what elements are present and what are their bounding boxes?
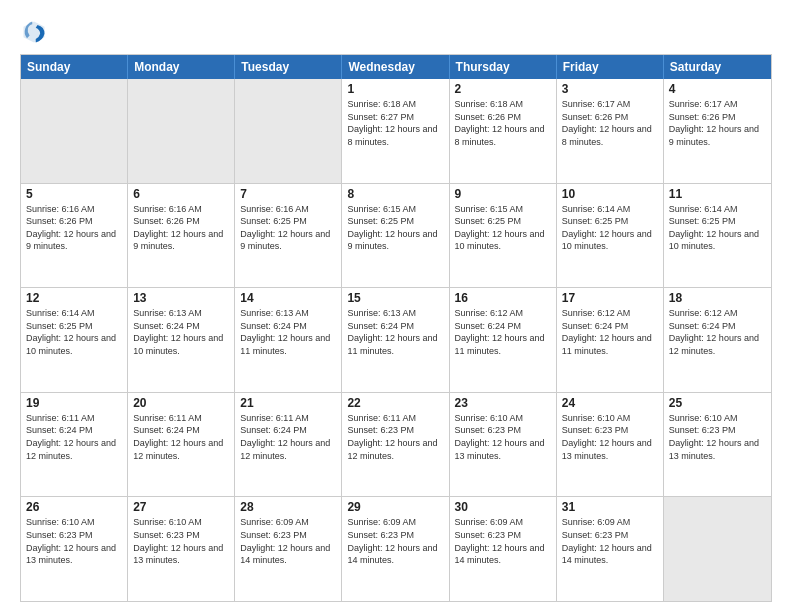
- calendar-cell-2-3: 15Sunrise: 6:13 AMSunset: 6:24 PMDayligh…: [342, 288, 449, 392]
- day-number: 3: [562, 82, 658, 96]
- cell-info: Sunrise: 6:14 AMSunset: 6:25 PMDaylight:…: [669, 203, 766, 253]
- day-number: 31: [562, 500, 658, 514]
- calendar-cell-4-2: 28Sunrise: 6:09 AMSunset: 6:23 PMDayligh…: [235, 497, 342, 601]
- weekday-header-sunday: Sunday: [21, 55, 128, 79]
- calendar-cell-1-1: 6Sunrise: 6:16 AMSunset: 6:26 PMDaylight…: [128, 184, 235, 288]
- day-number: 8: [347, 187, 443, 201]
- calendar-cell-0-4: 2Sunrise: 6:18 AMSunset: 6:26 PMDaylight…: [450, 79, 557, 183]
- cell-info: Sunrise: 6:15 AMSunset: 6:25 PMDaylight:…: [347, 203, 443, 253]
- calendar-header: SundayMondayTuesdayWednesdayThursdayFrid…: [21, 55, 771, 79]
- calendar-cell-0-5: 3Sunrise: 6:17 AMSunset: 6:26 PMDaylight…: [557, 79, 664, 183]
- cell-info: Sunrise: 6:09 AMSunset: 6:23 PMDaylight:…: [455, 516, 551, 566]
- day-number: 16: [455, 291, 551, 305]
- calendar-cell-2-2: 14Sunrise: 6:13 AMSunset: 6:24 PMDayligh…: [235, 288, 342, 392]
- calendar-row-2: 12Sunrise: 6:14 AMSunset: 6:25 PMDayligh…: [21, 288, 771, 393]
- cell-info: Sunrise: 6:10 AMSunset: 6:23 PMDaylight:…: [562, 412, 658, 462]
- calendar-cell-4-3: 29Sunrise: 6:09 AMSunset: 6:23 PMDayligh…: [342, 497, 449, 601]
- calendar-cell-1-0: 5Sunrise: 6:16 AMSunset: 6:26 PMDaylight…: [21, 184, 128, 288]
- logo-icon: [20, 18, 48, 46]
- cell-info: Sunrise: 6:10 AMSunset: 6:23 PMDaylight:…: [669, 412, 766, 462]
- day-number: 20: [133, 396, 229, 410]
- cell-info: Sunrise: 6:13 AMSunset: 6:24 PMDaylight:…: [240, 307, 336, 357]
- day-number: 19: [26, 396, 122, 410]
- day-number: 7: [240, 187, 336, 201]
- calendar-row-4: 26Sunrise: 6:10 AMSunset: 6:23 PMDayligh…: [21, 497, 771, 601]
- cell-info: Sunrise: 6:09 AMSunset: 6:23 PMDaylight:…: [562, 516, 658, 566]
- day-number: 23: [455, 396, 551, 410]
- calendar-cell-0-0: [21, 79, 128, 183]
- calendar-cell-3-4: 23Sunrise: 6:10 AMSunset: 6:23 PMDayligh…: [450, 393, 557, 497]
- calendar-cell-4-0: 26Sunrise: 6:10 AMSunset: 6:23 PMDayligh…: [21, 497, 128, 601]
- weekday-header-thursday: Thursday: [450, 55, 557, 79]
- day-number: 25: [669, 396, 766, 410]
- calendar-cell-0-2: [235, 79, 342, 183]
- cell-info: Sunrise: 6:11 AMSunset: 6:24 PMDaylight:…: [133, 412, 229, 462]
- cell-info: Sunrise: 6:10 AMSunset: 6:23 PMDaylight:…: [26, 516, 122, 566]
- day-number: 21: [240, 396, 336, 410]
- header: [20, 18, 772, 46]
- calendar-cell-3-2: 21Sunrise: 6:11 AMSunset: 6:24 PMDayligh…: [235, 393, 342, 497]
- calendar-cell-1-5: 10Sunrise: 6:14 AMSunset: 6:25 PMDayligh…: [557, 184, 664, 288]
- day-number: 1: [347, 82, 443, 96]
- cell-info: Sunrise: 6:09 AMSunset: 6:23 PMDaylight:…: [240, 516, 336, 566]
- cell-info: Sunrise: 6:12 AMSunset: 6:24 PMDaylight:…: [669, 307, 766, 357]
- weekday-header-tuesday: Tuesday: [235, 55, 342, 79]
- calendar-cell-2-0: 12Sunrise: 6:14 AMSunset: 6:25 PMDayligh…: [21, 288, 128, 392]
- calendar-cell-4-4: 30Sunrise: 6:09 AMSunset: 6:23 PMDayligh…: [450, 497, 557, 601]
- weekday-header-friday: Friday: [557, 55, 664, 79]
- cell-info: Sunrise: 6:15 AMSunset: 6:25 PMDaylight:…: [455, 203, 551, 253]
- day-number: 14: [240, 291, 336, 305]
- cell-info: Sunrise: 6:10 AMSunset: 6:23 PMDaylight:…: [455, 412, 551, 462]
- day-number: 17: [562, 291, 658, 305]
- day-number: 29: [347, 500, 443, 514]
- page: SundayMondayTuesdayWednesdayThursdayFrid…: [0, 0, 792, 612]
- day-number: 6: [133, 187, 229, 201]
- day-number: 5: [26, 187, 122, 201]
- calendar-cell-3-5: 24Sunrise: 6:10 AMSunset: 6:23 PMDayligh…: [557, 393, 664, 497]
- calendar-cell-3-3: 22Sunrise: 6:11 AMSunset: 6:23 PMDayligh…: [342, 393, 449, 497]
- calendar-body: 1Sunrise: 6:18 AMSunset: 6:27 PMDaylight…: [21, 79, 771, 601]
- day-number: 11: [669, 187, 766, 201]
- cell-info: Sunrise: 6:12 AMSunset: 6:24 PMDaylight:…: [562, 307, 658, 357]
- day-number: 12: [26, 291, 122, 305]
- day-number: 27: [133, 500, 229, 514]
- cell-info: Sunrise: 6:11 AMSunset: 6:24 PMDaylight:…: [240, 412, 336, 462]
- calendar-cell-3-1: 20Sunrise: 6:11 AMSunset: 6:24 PMDayligh…: [128, 393, 235, 497]
- weekday-header-saturday: Saturday: [664, 55, 771, 79]
- cell-info: Sunrise: 6:16 AMSunset: 6:26 PMDaylight:…: [133, 203, 229, 253]
- calendar-cell-4-1: 27Sunrise: 6:10 AMSunset: 6:23 PMDayligh…: [128, 497, 235, 601]
- day-number: 15: [347, 291, 443, 305]
- cell-info: Sunrise: 6:12 AMSunset: 6:24 PMDaylight:…: [455, 307, 551, 357]
- cell-info: Sunrise: 6:11 AMSunset: 6:23 PMDaylight:…: [347, 412, 443, 462]
- calendar-cell-4-6: [664, 497, 771, 601]
- logo: [20, 18, 52, 46]
- cell-info: Sunrise: 6:16 AMSunset: 6:25 PMDaylight:…: [240, 203, 336, 253]
- calendar-row-1: 5Sunrise: 6:16 AMSunset: 6:26 PMDaylight…: [21, 184, 771, 289]
- calendar-row-3: 19Sunrise: 6:11 AMSunset: 6:24 PMDayligh…: [21, 393, 771, 498]
- day-number: 28: [240, 500, 336, 514]
- cell-info: Sunrise: 6:11 AMSunset: 6:24 PMDaylight:…: [26, 412, 122, 462]
- weekday-header-wednesday: Wednesday: [342, 55, 449, 79]
- day-number: 30: [455, 500, 551, 514]
- cell-info: Sunrise: 6:13 AMSunset: 6:24 PMDaylight:…: [133, 307, 229, 357]
- calendar-cell-1-3: 8Sunrise: 6:15 AMSunset: 6:25 PMDaylight…: [342, 184, 449, 288]
- day-number: 22: [347, 396, 443, 410]
- calendar-cell-2-4: 16Sunrise: 6:12 AMSunset: 6:24 PMDayligh…: [450, 288, 557, 392]
- cell-info: Sunrise: 6:17 AMSunset: 6:26 PMDaylight:…: [669, 98, 766, 148]
- calendar: SundayMondayTuesdayWednesdayThursdayFrid…: [20, 54, 772, 602]
- cell-info: Sunrise: 6:16 AMSunset: 6:26 PMDaylight:…: [26, 203, 122, 253]
- day-number: 18: [669, 291, 766, 305]
- calendar-cell-3-0: 19Sunrise: 6:11 AMSunset: 6:24 PMDayligh…: [21, 393, 128, 497]
- calendar-row-0: 1Sunrise: 6:18 AMSunset: 6:27 PMDaylight…: [21, 79, 771, 184]
- cell-info: Sunrise: 6:13 AMSunset: 6:24 PMDaylight:…: [347, 307, 443, 357]
- cell-info: Sunrise: 6:18 AMSunset: 6:26 PMDaylight:…: [455, 98, 551, 148]
- weekday-header-monday: Monday: [128, 55, 235, 79]
- calendar-cell-4-5: 31Sunrise: 6:09 AMSunset: 6:23 PMDayligh…: [557, 497, 664, 601]
- day-number: 26: [26, 500, 122, 514]
- cell-info: Sunrise: 6:17 AMSunset: 6:26 PMDaylight:…: [562, 98, 658, 148]
- cell-info: Sunrise: 6:09 AMSunset: 6:23 PMDaylight:…: [347, 516, 443, 566]
- calendar-cell-2-5: 17Sunrise: 6:12 AMSunset: 6:24 PMDayligh…: [557, 288, 664, 392]
- day-number: 4: [669, 82, 766, 96]
- cell-info: Sunrise: 6:14 AMSunset: 6:25 PMDaylight:…: [26, 307, 122, 357]
- calendar-cell-1-6: 11Sunrise: 6:14 AMSunset: 6:25 PMDayligh…: [664, 184, 771, 288]
